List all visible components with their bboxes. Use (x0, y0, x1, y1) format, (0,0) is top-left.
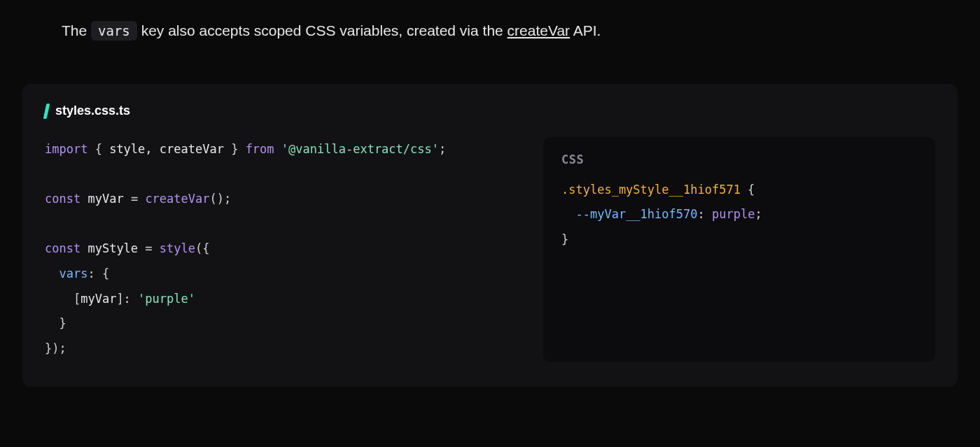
source-code-block: import { style, createVar } from '@vanil… (45, 137, 524, 362)
css-code: .styles_myStyle__1hiof571 { --myVar__1hi… (561, 178, 917, 253)
createvar-link[interactable]: createVar (507, 22, 570, 38)
intro-text-after-link: API. (570, 22, 601, 38)
intro-paragraph: The vars key also accepts scoped CSS var… (62, 20, 918, 42)
css-output-block: CSS .styles_myStyle__1hiof571 { --myVar_… (543, 137, 935, 362)
ts-code: import { style, createVar } from '@vanil… (45, 137, 524, 362)
code-panel: styles.css.ts import { style, createVar … (22, 84, 958, 387)
tok-import: import (45, 142, 88, 156)
intro-text-after-code: key also accepts scoped CSS variables, c… (137, 22, 507, 38)
css-label: CSS (561, 152, 917, 166)
file-accent-icon (43, 104, 50, 119)
intro-text-before: The (62, 22, 91, 38)
file-header: styles.css.ts (45, 104, 935, 119)
inline-code-vars: vars (91, 21, 137, 41)
file-name: styles.css.ts (55, 104, 130, 118)
